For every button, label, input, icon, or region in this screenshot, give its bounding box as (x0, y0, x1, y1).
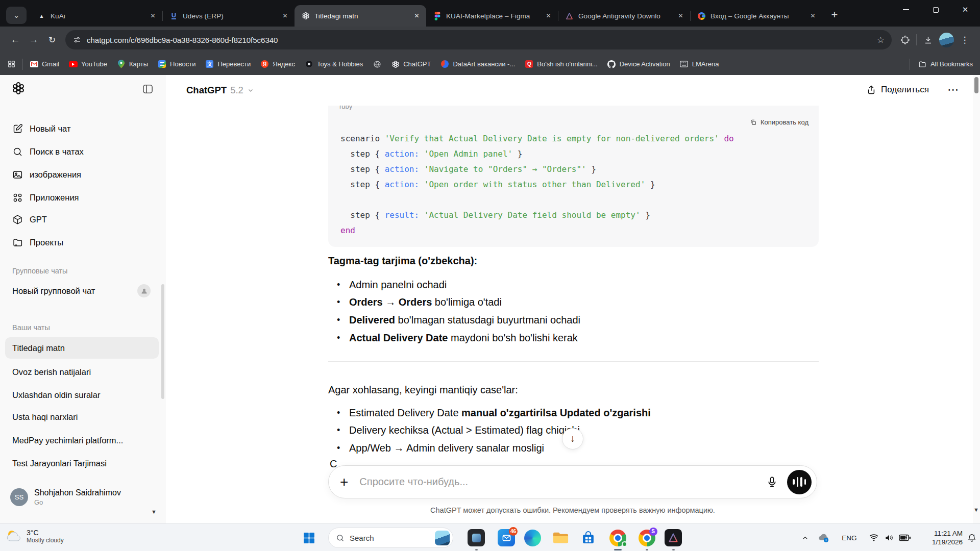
chat-history-item[interactable]: Ovoz berish natijalari (5, 361, 159, 383)
tab-close-button[interactable]: ✕ (412, 11, 422, 21)
downloads-button[interactable] (919, 31, 937, 49)
wifi-icon[interactable] (867, 524, 881, 551)
chatgpt-bm-icon (391, 60, 400, 68)
copy-code-button[interactable]: Копировать код (750, 118, 808, 126)
conversation-menu-button[interactable]: ⋯ (947, 83, 959, 96)
scrollbar-thumb[interactable] (974, 77, 978, 93)
taskbar-app-store[interactable] (578, 528, 598, 547)
bookmark-item[interactable] (373, 60, 381, 68)
onedrive-tray-icon[interactable]: i (816, 524, 832, 551)
search-highlight-thumbnail[interactable] (435, 531, 450, 545)
voice-mode-button[interactable] (787, 470, 812, 494)
taskbar-search[interactable]: Search (328, 528, 453, 548)
extensions-button[interactable] (896, 31, 914, 49)
bookmark-item[interactable]: Gmail (30, 60, 59, 68)
sidebar-item-images[interactable]: изображения (5, 164, 158, 185)
browser-tab-4[interactable]: Google Antigravity Downlo✕ (558, 5, 690, 27)
chat-history-item[interactable]: MedPay yechimlari platform... (5, 430, 159, 451)
taskbar-app-edge[interactable] (523, 528, 542, 547)
bookmark-item[interactable]: Карты (117, 60, 148, 68)
notification-bell-button[interactable]: z (965, 524, 979, 551)
tab-search-button[interactable]: ⌄ (6, 7, 27, 24)
page-scrollbar[interactable]: ▼ (973, 75, 980, 523)
chat-history-item[interactable]: Usta haqi narxlari (5, 406, 159, 428)
bookmark-star-icon[interactable]: ☆ (877, 35, 885, 45)
taskbar-app-chrome-profile2[interactable]: S (637, 528, 656, 547)
sidebar-scroll-arrow-icon[interactable]: ▼ (151, 509, 157, 515)
model-switcher[interactable]: ChatGPT 5.2 (186, 85, 254, 96)
clock-widget[interactable]: 11:21 AM 1/19/2026 (916, 524, 963, 551)
url-text[interactable]: chatgpt.com/c/696dbc9a-0a38-8326-860d-f8… (87, 36, 872, 44)
account-avatar: SS (10, 488, 28, 506)
dictate-mic-icon[interactable] (766, 476, 778, 488)
bookmark-item[interactable]: 文Перевести (205, 60, 251, 68)
scrollbar-down-arrow-icon[interactable]: ▼ (973, 507, 979, 513)
window-minimize-button[interactable] (891, 0, 921, 19)
start-button[interactable] (299, 528, 318, 547)
forward-button[interactable]: → (24, 31, 43, 49)
sidebar-item-new-chat[interactable]: Новый чат (5, 118, 158, 139)
bookmark-item[interactable]: QBo'sh ish o'rinlarini... (525, 60, 597, 68)
profile-button[interactable] (937, 31, 955, 49)
bookmark-item[interactable]: DataArt вакансии -... (440, 60, 515, 68)
tab-close-button[interactable]: ✕ (676, 11, 685, 21)
tab-close-button[interactable]: ✕ (544, 11, 553, 21)
bookmark-item[interactable]: Новости (158, 60, 195, 68)
taskbar-app-mail[interactable]: 46 (497, 528, 516, 547)
apps-grid-icon[interactable] (7, 60, 16, 68)
chat-history-item[interactable]: Test Jarayonlari Tarjimasi (5, 453, 159, 474)
browser-tab-1[interactable]: UUdevs (ERP)✕ (163, 5, 295, 27)
taskbar-app-chrome[interactable] (608, 528, 627, 547)
attach-plus-icon[interactable]: + (340, 474, 348, 490)
tray-overflow-button[interactable] (798, 524, 812, 551)
browser-tab-5[interactable]: Вход – Google Аккаунты✕ (691, 5, 822, 27)
taskbar-app-photos[interactable] (467, 528, 486, 547)
chat-history-item[interactable]: Uxlashdan oldin suralar (5, 384, 159, 406)
bookmark-item[interactable]: Toys & Hobbies (305, 60, 363, 68)
browser-tab-3[interactable]: KUAI-Marketplace – Figma✕ (426, 5, 558, 27)
tab-close-button[interactable]: ✕ (808, 11, 818, 21)
sidebar-scrollbar[interactable] (161, 284, 164, 399)
window-close-button[interactable]: ✕ (950, 0, 980, 19)
taskbar-app-antigravity[interactable] (664, 528, 683, 547)
bookmark-item[interactable]: YouTube (69, 60, 107, 68)
account-button[interactable]: SS Shohjahon Saidrahimov Go (6, 486, 125, 508)
tab-close-button[interactable]: ✕ (148, 11, 158, 21)
back-button[interactable]: ← (6, 31, 24, 49)
sidebar-toggle-icon[interactable] (142, 83, 154, 95)
language-indicator[interactable]: ENG (839, 524, 860, 551)
sidebar-item-label: Приложения (30, 193, 79, 203)
tab-close-button[interactable]: ✕ (280, 11, 290, 21)
bookmark-item[interactable]: ChatGPT (391, 60, 431, 68)
windows-logo-icon (303, 532, 315, 544)
new-tab-button[interactable]: + (826, 7, 843, 23)
sidebar-item-new-group-chat[interactable]: Новый групповой чат (5, 280, 158, 302)
window-maximize-button[interactable] (921, 0, 950, 19)
share-button[interactable]: Поделиться (866, 85, 929, 95)
battery-icon[interactable] (897, 524, 913, 551)
site-info-icon[interactable] (72, 35, 82, 44)
bookmark-item[interactable]: LMArena (680, 60, 719, 68)
message-input[interactable]: Спросите что-нибудь... (359, 476, 766, 488)
sidebar-item-apps[interactable]: Приложения (5, 187, 158, 208)
browser-tab-0[interactable]: ▲KuAi✕ (31, 5, 162, 27)
sidebar-item-projects[interactable]: Проекты (5, 232, 158, 253)
sidebar-item-search[interactable]: Поиск в чатах (5, 141, 158, 162)
weather-widget[interactable]: 3°C Mostly cloudy (5, 528, 64, 545)
bookmark-label: LMArena (692, 60, 719, 68)
taskbar-app-explorer[interactable] (551, 528, 570, 547)
reload-button[interactable]: ↻ (43, 31, 61, 49)
chat-history-item[interactable]: Titledagi matn (5, 337, 159, 359)
scroll-to-bottom-button[interactable]: ↓ (562, 428, 583, 449)
sidebar-item-gpt[interactable]: GPT (5, 209, 158, 230)
address-bar[interactable]: chatgpt.com/c/696dbc9a-0a38-8326-860d-f8… (65, 30, 892, 49)
chatgpt-logo-icon[interactable] (11, 81, 26, 95)
browser-menu-button[interactable]: ⋮ (955, 31, 974, 49)
bookmark-item[interactable]: Device Activation (607, 60, 670, 68)
all-bookmarks-button[interactable]: All Bookmarks (918, 60, 973, 68)
browser-tab-2[interactable]: Titledagi matn✕ (295, 5, 426, 27)
images-icon (12, 169, 23, 180)
volume-icon[interactable] (882, 524, 896, 551)
composer[interactable]: + Спросите что-нибудь... (328, 465, 817, 498)
bookmark-item[interactable]: ЯЯндекс (260, 60, 295, 68)
